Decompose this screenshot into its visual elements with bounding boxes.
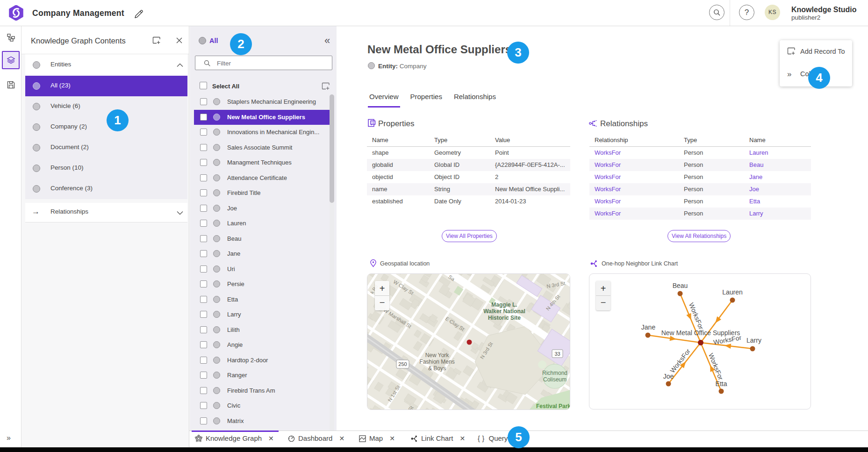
svg-text:250: 250 xyxy=(398,361,407,367)
svg-text:Festival Park: Festival Park xyxy=(536,403,570,409)
svg-text:Richmond: Richmond xyxy=(542,370,567,376)
svg-text:Walker National: Walker National xyxy=(483,308,525,315)
svg-text:Historic Site: Historic Site xyxy=(488,315,521,321)
svg-text:WorksFor: WorksFor xyxy=(707,352,725,381)
svg-text:Joe: Joe xyxy=(663,373,674,380)
svg-text:Etta: Etta xyxy=(716,380,727,387)
svg-text:Lauren: Lauren xyxy=(722,288,743,296)
svg-text:Beau: Beau xyxy=(673,282,688,289)
svg-text:New Metal Office Suppliers: New Metal Office Suppliers xyxy=(661,329,740,337)
svg-text:Jane: Jane xyxy=(641,323,656,331)
svg-text:& Boys: & Boys xyxy=(428,365,446,372)
svg-text:Coliseum: Coliseum xyxy=(543,376,567,383)
svg-text:Larry: Larry xyxy=(746,337,761,344)
svg-text:33: 33 xyxy=(554,351,560,357)
svg-text:Fashion Mens: Fashion Mens xyxy=(419,359,454,365)
svg-text:WorksFor: WorksFor xyxy=(668,347,692,374)
svg-text:New York: New York xyxy=(425,352,450,359)
svg-text:Maggie L.: Maggie L. xyxy=(491,301,517,308)
